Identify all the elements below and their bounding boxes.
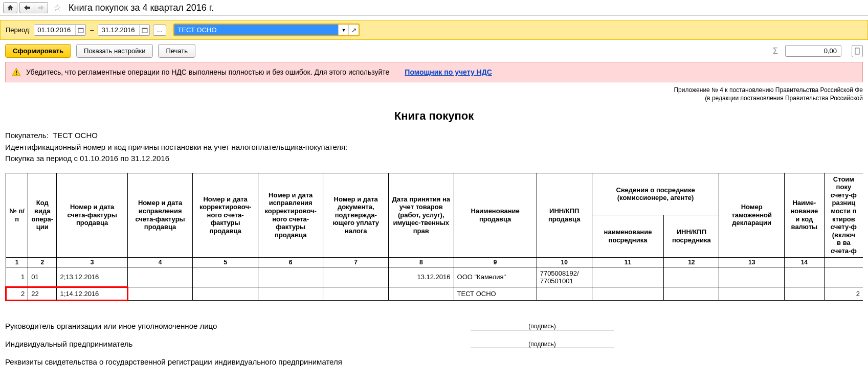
date-dash: –	[90, 26, 94, 34]
purchases-table: № п/п Код вида опера-ции Номер и дата сч…	[5, 173, 863, 301]
nav-history-group	[19, 2, 48, 13]
th-11-12: Сведения о посреднике (комиссионере, аге…	[592, 173, 719, 215]
signature-caption: (подпись)	[528, 323, 555, 330]
forward-button[interactable]	[34, 2, 48, 13]
buyer-line: Покупатель: ТЕСТ ОСНО	[5, 130, 863, 142]
date-to-wrap	[98, 24, 150, 36]
th-8: Дата принятия на учет товаров (работ, ус…	[388, 173, 454, 257]
favorite-star-icon[interactable]: ☆	[53, 2, 61, 13]
print-button[interactable]: Печать	[158, 44, 195, 58]
back-button[interactable]	[19, 2, 34, 13]
period-label: Период:	[6, 26, 31, 34]
table-wrapper: № п/п Код вида опера-ции Номер и дата сч…	[5, 173, 863, 301]
report-info: Покупатель: ТЕСТ ОСНО Идентификационный …	[5, 130, 863, 165]
more-button[interactable]	[852, 45, 863, 57]
svg-rect-1	[78, 28, 83, 29]
warning-icon	[12, 67, 21, 77]
th-5: Номер и дата корректировоч-ного счета-фа…	[193, 173, 258, 257]
organization-open-icon[interactable]: ↗	[348, 25, 359, 35]
organization-select: ▼ ↗	[173, 24, 360, 36]
svg-rect-3	[142, 28, 147, 29]
organization-input[interactable]	[174, 25, 338, 35]
th-11: наименование посредника	[592, 215, 664, 257]
generate-button[interactable]: Сформировать	[5, 44, 71, 58]
sum-field[interactable]	[785, 45, 841, 57]
legal-note: Приложение № 4 к постановлению Правитель…	[5, 86, 863, 102]
th-3: Номер и дата счета-фактуры продавца	[57, 173, 127, 257]
svg-rect-4	[855, 48, 859, 54]
idn-line: Идентификационный номер и код причины по…	[5, 142, 863, 153]
report-title: Книга покупок	[5, 109, 863, 123]
vat-helper-link[interactable]: Помощник по учету НДС	[405, 68, 492, 76]
table-row[interactable]: 2 22 1;14.12.2016 ТЕСТ ОСНО 2	[6, 287, 863, 300]
signature-line: (подпись)	[471, 322, 614, 330]
signatures-block: Руководитель организации или иное уполно…	[5, 322, 863, 366]
signature-label-2: Индивидуальный предприниматель	[5, 340, 471, 348]
date-from-wrap	[34, 24, 86, 36]
signature-row: Реквизиты свидетельства о государственно…	[5, 357, 863, 366]
signature-row: Индивидуальный предприниматель (подпись)	[5, 340, 863, 348]
th-6: Номер и дата исправления корректировоч-н…	[258, 173, 323, 257]
signature-line: (подпись)	[471, 340, 614, 348]
th-2: Код вида опера-ции	[28, 173, 57, 257]
show-settings-button[interactable]: Показать настройки	[76, 44, 153, 58]
signature-caption: (подпись)	[528, 341, 555, 348]
organization-dropdown-icon[interactable]: ▼	[338, 25, 348, 35]
report-body: Приложение № 4 к постановлению Правитель…	[0, 82, 868, 384]
th-10: ИНН/КПП продавца	[537, 173, 592, 257]
th-15: Стоим поку счету-ф разниц мости п ктиров…	[824, 173, 863, 257]
th-4: Номер и дата исправления счета-фактуры п…	[127, 173, 193, 257]
page-title: Книга покупок за 4 квартал 2016 г.	[69, 3, 214, 13]
legal-line-2: (в редакции постановления Правительства …	[5, 95, 863, 103]
date-from-input[interactable]	[34, 25, 75, 35]
signature-row: Руководитель организации или иное уполно…	[5, 322, 863, 330]
period-picker-button[interactable]: ...	[153, 25, 166, 36]
top-nav: ☆ Книга покупок за 4 квартал 2016 г.	[0, 0, 868, 16]
period-line: Покупка за период с 01.10.2016 по 31.12.…	[5, 153, 863, 165]
calendar-to-icon[interactable]	[139, 25, 149, 35]
date-to-input[interactable]	[98, 25, 139, 35]
th-14: Наиме-нование и код валюты	[784, 173, 824, 257]
warning-text: Убедитесь, что регламентные операции по …	[26, 68, 389, 76]
table-row[interactable]: 1 01 2;13.12.2016 13.12.2016 ООО "Камели…	[6, 267, 863, 287]
th-13: Номер таможенной декларации	[719, 173, 785, 257]
th-1: № п/п	[6, 173, 28, 257]
sum-sigma-icon: Σ	[773, 47, 778, 56]
th-7: Номер и дата документа, подтвержда-ющего…	[323, 173, 389, 257]
svg-rect-6	[16, 74, 17, 75]
th-9: Наименование продавца	[454, 173, 537, 257]
signature-label-1: Руководитель организации или иное уполно…	[5, 322, 471, 330]
filter-bar: Период: – ... ▼ ↗	[0, 20, 868, 40]
th-12: ИНН/КПП посредника	[664, 215, 719, 257]
warning-bar: Убедитесь, что регламентные операции по …	[5, 62, 863, 82]
action-bar: Сформировать Показать настройки Печать Σ	[0, 40, 868, 62]
calendar-from-icon[interactable]	[75, 25, 85, 35]
svg-rect-5	[16, 71, 17, 73]
signature-label-3: Реквизиты свидетельства о государственно…	[5, 357, 471, 366]
legal-line-1: Приложение № 4 к постановлению Правитель…	[5, 86, 863, 95]
home-button[interactable]	[3, 2, 17, 13]
